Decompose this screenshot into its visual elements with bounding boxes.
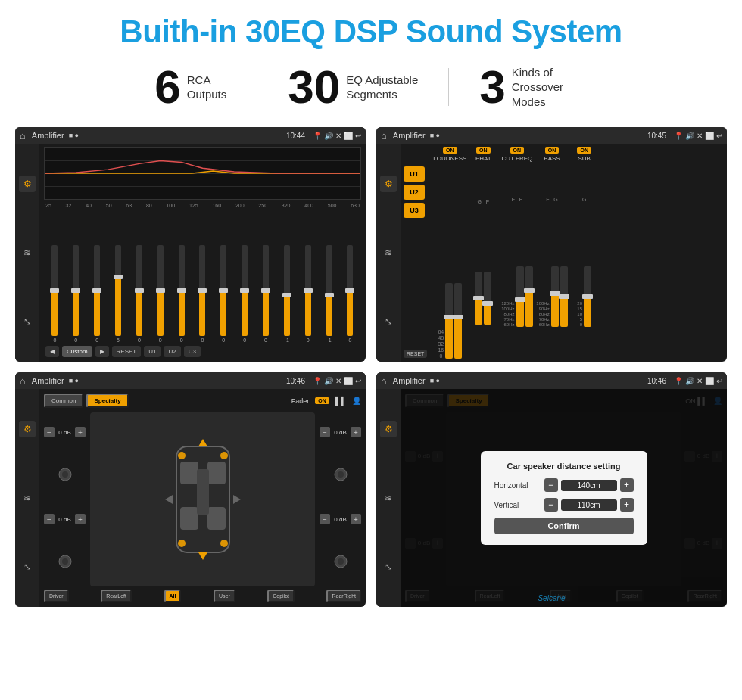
sidebar-expand-icon-4[interactable]: ⤡ (380, 558, 397, 575)
eq-track-1[interactable] (51, 245, 58, 336)
loudness-slider-2[interactable] (454, 283, 462, 359)
sidebar-eq-icon-3[interactable]: ⚙ (19, 421, 36, 437)
user-profile-icon[interactable]: 👤 (352, 397, 361, 405)
home-icon-2[interactable]: ⌂ (381, 130, 387, 142)
home-icon-4[interactable]: ⌂ (381, 375, 387, 387)
eq-slider-1[interactable]: 0 (45, 245, 64, 343)
back-icon-3[interactable]: ↩ (355, 377, 361, 385)
spk-fl-plus[interactable]: + (75, 427, 86, 437)
x-icon-3[interactable]: ✕ (335, 377, 341, 385)
vertical-plus-btn[interactable]: + (620, 498, 634, 512)
loudness-slider[interactable] (445, 283, 453, 359)
spk-fl-minus[interactable]: − (44, 427, 55, 437)
sidebar-eq-icon-4[interactable]: ⚙ (380, 421, 397, 437)
u2-preset[interactable]: U2 (404, 185, 425, 200)
driver-btn[interactable]: Driver (44, 590, 69, 602)
window-icon-4[interactable]: ⬜ (705, 377, 714, 385)
rearright-btn[interactable]: RearRight (326, 590, 361, 602)
sidebar-wave-icon-3[interactable]: ≋ (19, 490, 36, 506)
eq-slider-6[interactable]: 0 (151, 245, 170, 343)
screen2-status-bar: ⌂ Amplifier ■ ● 10:45 📍 🔊 ✕ ⬜ ↩ (376, 127, 727, 144)
pin-icon-2: 📍 (674, 132, 683, 140)
all-btn[interactable]: All (164, 590, 182, 602)
back-icon-2[interactable]: ↩ (716, 132, 722, 140)
common-tab[interactable]: Common (44, 394, 83, 408)
spk-fr-plus[interactable]: + (351, 427, 361, 437)
sidebar-wave-icon-4[interactable]: ≋ (380, 490, 397, 506)
spk-rl-plus[interactable]: + (75, 514, 86, 524)
bass-slider-2[interactable] (560, 266, 568, 327)
sub-slider[interactable] (584, 266, 591, 327)
eq-slider-13[interactable]: 0 (298, 245, 317, 343)
vol-icon-1[interactable]: 🔊 (324, 132, 333, 140)
bass-on[interactable]: ON (545, 147, 560, 154)
horizontal-minus-btn[interactable]: − (544, 478, 558, 492)
sidebar-eq-icon[interactable]: ⚙ (19, 176, 36, 192)
svg-marker-15 (198, 552, 207, 560)
spk-fr-minus[interactable]: − (320, 427, 330, 437)
vol-icon-3[interactable]: 🔊 (324, 377, 333, 385)
phat-on[interactable]: ON (476, 147, 491, 154)
home-icon-1[interactable]: ⌂ (20, 130, 26, 142)
copilot-btn[interactable]: Copilot (267, 590, 295, 602)
phat-slider-2[interactable] (484, 272, 491, 325)
cutfreq-on[interactable]: ON (510, 147, 525, 154)
phat-slider-1[interactable] (475, 272, 482, 325)
u1-preset[interactable]: U1 (404, 166, 425, 182)
u3-btn-1[interactable]: U3 (184, 346, 201, 357)
window-icon-1[interactable]: ⬜ (344, 132, 353, 140)
cutfreq-slider-1[interactable] (516, 266, 524, 327)
cutfreq-slider-2[interactable] (525, 266, 533, 327)
back-icon-4[interactable]: ↩ (716, 377, 722, 385)
eq-slider-3[interactable]: 0 (88, 245, 107, 343)
bass-slider-1[interactable] (551, 266, 559, 327)
dialog-vertical-row: Vertical − 110cm + (494, 498, 634, 512)
u1-btn-1[interactable]: U1 (144, 346, 161, 357)
spk-rr-minus[interactable]: − (320, 514, 330, 524)
window-icon-3[interactable]: ⬜ (344, 377, 353, 385)
sub-on[interactable]: ON (577, 147, 591, 154)
sidebar-expand-icon-2[interactable]: ⤡ (380, 313, 397, 330)
reset-btn-2[interactable]: RESET (404, 350, 427, 358)
specialty-tab[interactable]: Specialty (86, 394, 128, 408)
reset-btn-1[interactable]: RESET (112, 346, 142, 357)
vol-icon-4[interactable]: 🔊 (685, 377, 694, 385)
eq-slider-8[interactable]: 0 (193, 245, 212, 343)
loudness-on[interactable]: ON (443, 147, 457, 154)
eq-slider-10[interactable]: 0 (235, 245, 254, 343)
rearleft-btn[interactable]: RearLeft (101, 590, 132, 602)
vertical-minus-btn[interactable]: − (544, 498, 558, 512)
eq-slider-12[interactable]: -1 (277, 245, 296, 343)
vol-icon-2[interactable]: 🔊 (685, 132, 694, 140)
prev-btn[interactable]: ◀ (45, 346, 59, 357)
eq-slider-5[interactable]: 0 (129, 245, 148, 343)
sidebar-wave-icon[interactable]: ≋ (19, 244, 36, 261)
eq-slider-14[interactable]: -1 (320, 245, 338, 343)
x-icon-4[interactable]: ✕ (697, 377, 703, 385)
eq-slider-2[interactable]: 0 (67, 245, 86, 343)
sidebar-expand-icon-3[interactable]: ⤡ (19, 558, 36, 575)
u2-btn-1[interactable]: U2 (164, 346, 180, 357)
eq-slider-9[interactable]: 0 (214, 245, 233, 343)
eq-slider-4[interactable]: 5 (109, 245, 128, 343)
sidebar-eq-icon-2[interactable]: ⚙ (380, 176, 397, 192)
eq-slider-7[interactable]: 0 (172, 245, 191, 343)
home-icon-3[interactable]: ⌂ (20, 375, 26, 387)
eq-slider-11[interactable]: 0 (257, 245, 276, 343)
x-icon-1[interactable]: ✕ (335, 132, 341, 140)
horizontal-plus-btn[interactable]: + (620, 478, 634, 492)
play-btn[interactable]: ▶ (95, 346, 109, 357)
window-icon-2[interactable]: ⬜ (705, 132, 714, 140)
sidebar-expand-icon[interactable]: ⤡ (19, 313, 36, 330)
x-icon-2[interactable]: ✕ (697, 132, 703, 140)
custom-btn[interactable]: Custom (62, 346, 92, 357)
user-btn[interactable]: User (214, 590, 235, 602)
back-icon-1[interactable]: ↩ (355, 132, 361, 140)
eq-slider-15[interactable]: 0 (341, 245, 360, 343)
fader-on-badge[interactable]: ON (315, 397, 329, 404)
u3-preset[interactable]: U3 (404, 203, 425, 218)
spk-rl-minus[interactable]: − (44, 514, 55, 524)
sidebar-wave-icon-2[interactable]: ≋ (380, 244, 397, 261)
spk-rr-plus[interactable]: + (351, 514, 361, 524)
confirm-button[interactable]: Confirm (494, 518, 634, 534)
